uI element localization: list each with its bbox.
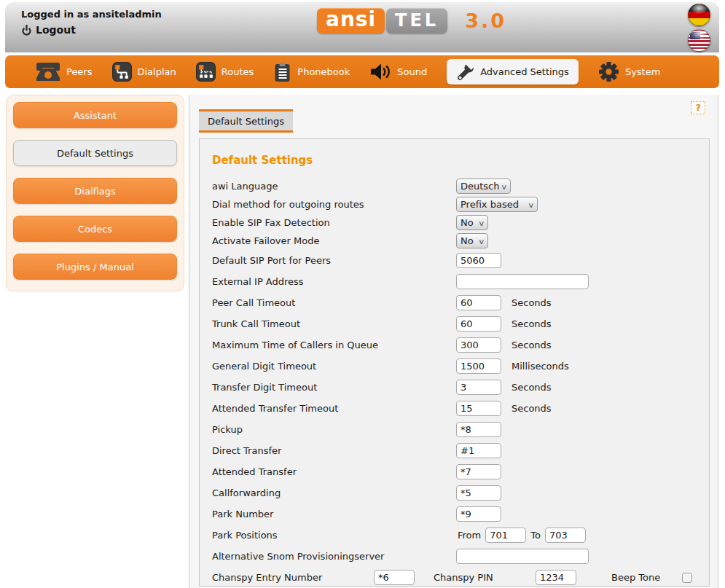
tab-default-settings[interactable]: Default Settings — [199, 109, 293, 133]
sidebar-item-default-settings[interactable]: Default Settings — [13, 140, 177, 166]
chanspy-pin-input[interactable] — [536, 570, 576, 585]
field-label: Chanspy Entry Number — [212, 572, 374, 583]
nav-item-dialplan[interactable]: Dialplan — [112, 62, 176, 82]
park-number-input[interactable] — [456, 506, 501, 522]
speaker-icon — [369, 62, 391, 82]
sip-fax-detection-select[interactable]: No — [456, 215, 488, 230]
nav-item-advanced-settings[interactable]: Advanced Settings — [447, 59, 579, 85]
field-label: Attended Transfer Timeout — [212, 403, 456, 414]
attended-transfer-input[interactable] — [456, 464, 501, 479]
form-row: Direct Transfer — [212, 440, 709, 461]
field-label: Park Number — [212, 509, 456, 520]
form-row: Attended Transfer Timeout Seconds — [212, 398, 709, 419]
form-row: Peer Call Timeout Seconds — [212, 292, 709, 313]
sidebar-item-plugins-manual[interactable]: Plugins / Manual — [13, 254, 177, 280]
form-row: General Digit Timeout Milliseconds — [212, 356, 709, 377]
form-row: Dial method for outgoing routes Prefix b… — [212, 195, 709, 213]
phone-icon — [36, 62, 60, 82]
sidebar-item-assistant[interactable]: Assistant — [13, 102, 177, 128]
attended-transfer-timeout-input[interactable] — [456, 401, 501, 416]
transfer-digit-timeout-input[interactable] — [456, 380, 501, 395]
sidebar-item-codecs[interactable]: Codecs — [13, 216, 177, 242]
wrench-icon — [456, 63, 474, 81]
callforwarding-input[interactable] — [456, 485, 501, 501]
form-row: Trunk Call Timeout Seconds — [212, 313, 709, 334]
beep-tone-checkbox[interactable] — [682, 573, 692, 583]
direct-transfer-input[interactable] — [456, 443, 501, 458]
us-flag-button[interactable] — [688, 29, 710, 52]
field-label: Dial method for outgoing routes — [212, 199, 456, 210]
german-flag-button[interactable] — [688, 4, 710, 26]
dial-method-select[interactable]: Prefix based — [456, 197, 538, 212]
park-positions-from-input[interactable] — [485, 528, 526, 543]
main-nav: Peers Dialplan Routes Phonebook — [5, 55, 719, 88]
logo-ansi: ansi — [317, 8, 385, 34]
field-label: Default SIP Port for Peers — [212, 255, 456, 266]
routes-icon — [196, 62, 216, 82]
awi-language-select[interactable]: Deutsch — [456, 179, 511, 194]
peer-call-timeout-input[interactable] — [456, 295, 501, 310]
nav-item-routes[interactable]: Routes — [196, 62, 254, 82]
pickup-input[interactable] — [456, 422, 501, 437]
nav-label-advanced-settings: Advanced Settings — [480, 66, 569, 77]
field-label: Attended Transfer — [212, 466, 456, 477]
default-sip-port-input[interactable] — [456, 253, 501, 268]
form-row: Default SIP Port for Peers — [212, 250, 709, 271]
unit-label: Seconds — [512, 340, 552, 350]
trunk-call-timeout-input[interactable] — [456, 316, 501, 332]
chanspy-entry-number-input[interactable] — [374, 570, 415, 585]
power-icon — [21, 25, 32, 36]
failover-mode-select[interactable]: No — [456, 233, 488, 248]
general-digit-timeout-input[interactable] — [456, 358, 501, 374]
form-row: Alternative Snom Provisioningserver — [212, 546, 709, 567]
nav-item-peers[interactable]: Peers — [36, 62, 93, 82]
logout-button[interactable]: Logout — [21, 24, 162, 36]
form-row: Enable SIP Fax Detection No — [212, 213, 709, 232]
field-label: Pickup — [212, 424, 456, 435]
form-row: External IP Address — [212, 271, 709, 292]
header-bar: Logged in as ansiteladmin Logout ansi TE… — [5, 2, 719, 52]
form-row: awi Language Deutsch — [212, 177, 709, 195]
field-label: Direct Transfer — [212, 445, 456, 456]
nav-item-system[interactable]: System — [598, 61, 660, 82]
unit-label: Seconds — [512, 403, 552, 414]
main-content: ? Default Settings Default Settings awi … — [189, 95, 718, 588]
chevron-down-icon — [479, 235, 484, 246]
default-settings-panel: Default Settings awi Language Deutsch Di… — [199, 138, 710, 587]
unit-label: Seconds — [512, 297, 552, 308]
park-positions-to-input[interactable] — [545, 528, 586, 543]
page-title: Default Settings — [212, 154, 709, 167]
max-queue-time-input[interactable] — [456, 337, 501, 353]
nav-label-sound: Sound — [397, 66, 427, 77]
logged-in-text: Logged in as ansiteladmin — [21, 9, 162, 20]
nav-item-phonebook[interactable]: Phonebook — [273, 62, 350, 82]
nav-item-sound[interactable]: Sound — [369, 62, 427, 82]
nav-label-system: System — [625, 66, 660, 77]
chevron-down-icon — [479, 217, 484, 228]
form-row: Park Positions From To — [212, 525, 709, 546]
help-button[interactable]: ? — [691, 101, 705, 114]
sidebar-item-dialflags[interactable]: Dialflags — [13, 178, 177, 204]
phonebook-icon — [273, 62, 291, 82]
select-value: Prefix based — [461, 199, 519, 210]
user-info: Logged in as ansiteladmin Logout — [21, 9, 162, 36]
nav-label-dialplan: Dialplan — [138, 66, 176, 77]
form-row: Callforwarding — [212, 482, 709, 503]
select-value: Deutsch — [461, 181, 500, 192]
nav-label-routes: Routes — [222, 66, 254, 77]
field-label: awi Language — [212, 181, 456, 192]
form-row: Transfer Digit Timeout Seconds — [212, 377, 709, 398]
beep-tone-label: Beep Tone — [611, 572, 660, 583]
logo-version: 3.0 — [465, 9, 506, 32]
form-row: Park Number — [212, 503, 709, 525]
chevron-down-icon — [528, 199, 533, 210]
form-row: Pickup — [212, 419, 709, 440]
field-label: Alternative Snom Provisioningserver — [212, 551, 456, 562]
external-ip-input[interactable] — [456, 274, 589, 289]
gear-icon — [598, 61, 619, 82]
form-row: Activate Failover Mode No — [212, 232, 709, 250]
field-label: General Digit Timeout — [212, 361, 456, 372]
field-label: Enable SIP Fax Detection — [212, 217, 456, 228]
field-label: Callforwarding — [212, 487, 456, 498]
snom-provisioningserver-input[interactable] — [456, 549, 589, 564]
